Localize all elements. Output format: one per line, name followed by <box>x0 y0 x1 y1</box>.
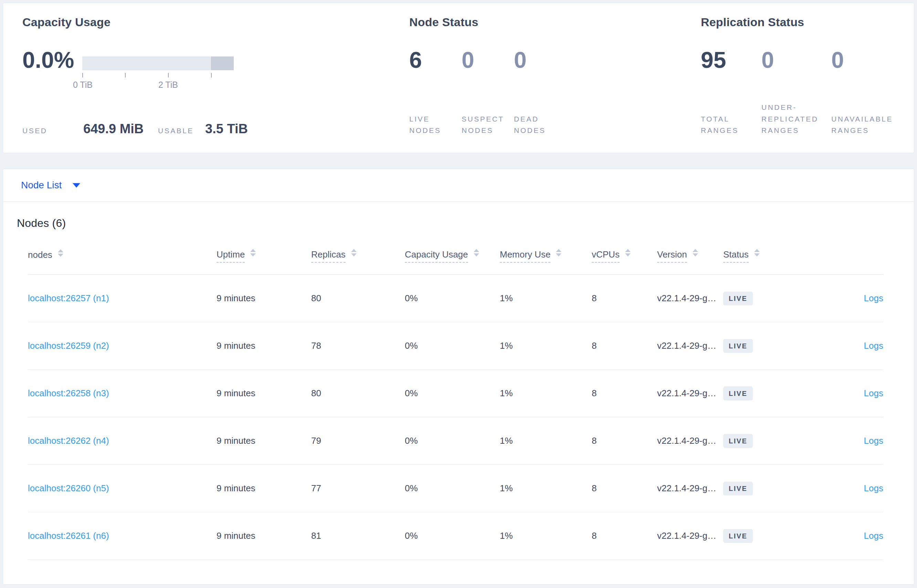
node-list-dropdown-label: Node List <box>21 180 61 191</box>
version-cell: v22.1.4-29-g… <box>657 370 723 417</box>
column-header-logs <box>803 239 883 275</box>
unavailable-ranges-value: 0 <box>831 48 914 72</box>
replicas-cell: 78 <box>311 322 405 370</box>
uptime-cell: 9 minutes <box>216 322 311 370</box>
status-badge: LIVE <box>723 434 753 448</box>
logs-link[interactable]: Logs <box>864 293 883 303</box>
capacity-usage-cell: 0% <box>405 322 500 370</box>
unavailable-ranges-stat: 0 UNAVAILABLE RANGES <box>831 48 914 136</box>
vcpus-cell: 8 <box>592 417 657 465</box>
memory-use-cell: 1% <box>500 417 592 465</box>
column-header-capacity-usage[interactable]: Capacity Usage <box>405 239 500 275</box>
sort-icon <box>754 249 760 257</box>
table-row: localhost:26260 (n5) 9 minutes 77 0% 1% … <box>28 465 883 512</box>
live-nodes-stat: 6 LIVE NODES <box>409 48 462 136</box>
used-value: 649.9 MiB <box>83 121 158 136</box>
vcpus-cell: 8 <box>592 465 657 512</box>
status-badge: LIVE <box>723 387 753 401</box>
sort-icon <box>250 249 256 257</box>
capacity-bar <box>82 57 234 70</box>
replication-status-title: Replication Status <box>701 16 914 29</box>
under-replicated-ranges-stat: 0 UNDER-REPLICATED RANGES <box>761 48 831 136</box>
table-row: localhost:26259 (n2) 9 minutes 78 0% 1% … <box>28 322 883 370</box>
column-header-status[interactable]: Status <box>723 239 803 275</box>
status-badge: LIVE <box>723 292 753 305</box>
node-link[interactable]: localhost:26262 (n4) <box>28 436 109 446</box>
axis-tick-label: 2 TiB <box>158 80 178 90</box>
status-cell: LIVE <box>723 417 803 465</box>
node-link[interactable]: localhost:26258 (n3) <box>28 388 109 398</box>
table-header-row: nodes Uptime Replicas Capacity Usage Mem… <box>28 239 883 275</box>
capacity-usage-section: Capacity Usage 0.0% 0 TiB 2 TiB USED 649… <box>23 16 409 136</box>
axis-tick <box>82 73 83 78</box>
sort-icon <box>556 249 562 257</box>
capacity-usage-cell: 0% <box>405 512 500 560</box>
vcpus-cell: 8 <box>592 370 657 417</box>
memory-use-cell: 1% <box>500 370 592 417</box>
suspect-nodes-stat: 0 SUSPECT NODES <box>462 48 514 136</box>
table-row: localhost:26261 (n6) 9 minutes 81 0% 1% … <box>28 512 883 560</box>
node-link[interactable]: localhost:26261 (n6) <box>28 530 109 541</box>
column-header-version[interactable]: Version <box>657 239 723 275</box>
status-cell: LIVE <box>723 275 803 322</box>
capacity-usage-cell: 0% <box>405 417 500 465</box>
column-header-vcpus[interactable]: vCPUs <box>592 239 657 275</box>
replication-status-section: Replication Status 95 TOTAL RANGES 0 UND… <box>701 16 914 136</box>
capacity-usage-title: Capacity Usage <box>23 16 409 29</box>
dead-nodes-label: DEAD NODES <box>514 113 566 136</box>
column-header-capacity-usage-label: Capacity Usage <box>405 249 468 263</box>
memory-use-cell: 1% <box>500 512 592 560</box>
logs-link[interactable]: Logs <box>864 530 883 541</box>
node-link[interactable]: localhost:26259 (n2) <box>28 341 109 351</box>
used-label: USED <box>23 127 83 135</box>
usable-value: 3.5 TiB <box>205 121 248 136</box>
column-header-status-label: Status <box>723 249 749 263</box>
version-cell: v22.1.4-29-g… <box>657 417 723 465</box>
replication-stats: 95 TOTAL RANGES 0 UNDER-REPLICATED RANGE… <box>701 48 914 136</box>
axis-tick-label: 0 TiB <box>73 80 93 90</box>
version-cell: v22.1.4-29-g… <box>657 465 723 512</box>
cluster-summary-panel: Capacity Usage 0.0% 0 TiB 2 TiB USED 649… <box>3 3 914 153</box>
axis-tick <box>125 73 126 78</box>
capacity-usage-cell: 0% <box>405 465 500 512</box>
axis-tick <box>168 73 169 78</box>
capacity-usage-cell: 0% <box>405 275 500 322</box>
node-list-dropdown[interactable]: Node List <box>21 180 80 191</box>
replicas-cell: 77 <box>311 465 405 512</box>
sort-icon <box>58 249 63 257</box>
logs-link[interactable]: Logs <box>864 341 883 351</box>
node-link[interactable]: localhost:26257 (n1) <box>28 293 109 303</box>
capacity-used-usable-row: USED 649.9 MiB USABLE 3.5 TiB <box>23 121 409 136</box>
column-header-uptime-label: Uptime <box>216 249 245 263</box>
uptime-cell: 9 minutes <box>216 417 311 465</box>
nodes-table: nodes Uptime Replicas Capacity Usage Mem… <box>28 239 883 560</box>
version-cell: v22.1.4-29-g… <box>657 275 723 322</box>
sort-icon <box>474 249 479 257</box>
logs-link[interactable]: Logs <box>864 436 883 446</box>
column-header-uptime[interactable]: Uptime <box>216 239 311 275</box>
logs-link[interactable]: Logs <box>864 483 883 493</box>
under-replicated-ranges-label: UNDER-REPLICATED RANGES <box>761 102 831 136</box>
uptime-cell: 9 minutes <box>216 512 311 560</box>
column-header-nodes[interactable]: nodes <box>28 239 216 275</box>
column-header-version-label: Version <box>657 249 687 263</box>
version-cell: v22.1.4-29-g… <box>657 512 723 560</box>
memory-use-cell: 1% <box>500 275 592 322</box>
memory-use-cell: 1% <box>500 322 592 370</box>
capacity-bar-dark-segment <box>211 57 234 70</box>
status-cell: LIVE <box>723 512 803 560</box>
column-header-memory-use[interactable]: Memory Use <box>500 239 592 275</box>
caret-down-icon <box>73 183 80 187</box>
table-row: localhost:26257 (n1) 9 minutes 80 0% 1% … <box>28 275 883 322</box>
version-cell: v22.1.4-29-g… <box>657 322 723 370</box>
live-nodes-label: LIVE NODES <box>409 113 462 136</box>
logs-link[interactable]: Logs <box>864 388 883 398</box>
column-header-vcpus-label: vCPUs <box>592 249 620 263</box>
uptime-cell: 9 minutes <box>216 370 311 417</box>
status-cell: LIVE <box>723 370 803 417</box>
column-header-replicas[interactable]: Replicas <box>311 239 405 275</box>
node-link[interactable]: localhost:26260 (n5) <box>28 483 109 493</box>
replicas-cell: 80 <box>311 370 405 417</box>
nodes-table-card: Nodes (6) nodes Uptime Replicas Capacity… <box>3 201 914 585</box>
capacity-usage-main: 0.0% 0 TiB 2 TiB <box>23 48 409 72</box>
